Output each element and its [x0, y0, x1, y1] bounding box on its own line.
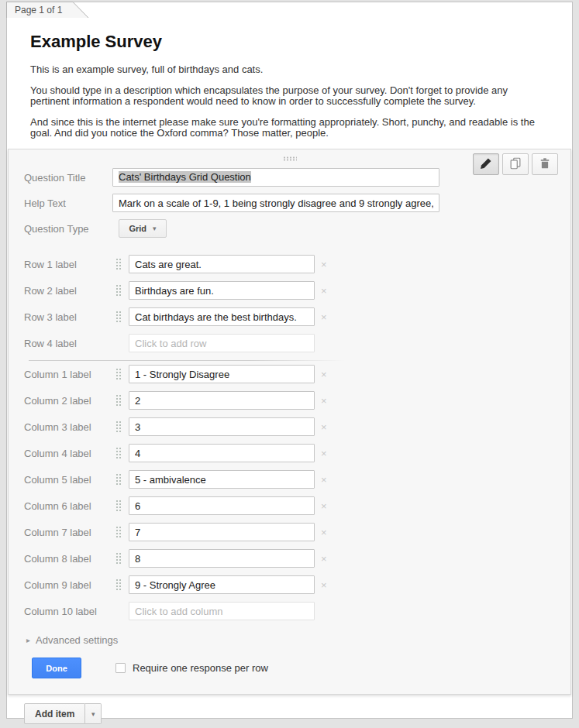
column-drag-handle-icon[interactable] — [115, 500, 122, 512]
help-text-input[interactable] — [112, 194, 439, 212]
pencil-icon — [479, 156, 493, 173]
add-item-dropdown-button[interactable]: ▾ — [85, 703, 102, 724]
row-label: Row 3 label — [24, 311, 112, 323]
add-item-button[interactable]: Add item — [24, 703, 85, 724]
column-label: Column 10 label — [24, 606, 112, 617]
column-value-input[interactable] — [129, 365, 315, 383]
column-label: Column 3 label — [24, 421, 112, 433]
trash-icon — [538, 156, 552, 173]
column-label: Column 5 label — [24, 474, 112, 486]
row-drag-handle-icon[interactable] — [115, 284, 122, 297]
advanced-settings-label: Advanced settings — [36, 634, 118, 646]
column-drag-handle-icon[interactable] — [115, 368, 122, 380]
column-drag-handle-icon[interactable] — [115, 552, 122, 565]
column-drag-handle-icon[interactable] — [115, 526, 122, 538]
add-item-split-button: Add item ▾ — [24, 703, 572, 724]
help-text-row: Help Text — [24, 194, 570, 212]
remove-row-icon[interactable]: × — [321, 286, 327, 296]
row-drag-handle-icon[interactable] — [115, 311, 122, 323]
grid-column-editor: Column 10 label × — [24, 602, 570, 620]
column-label: Column 4 label — [24, 448, 112, 459]
grid-column-editor: Column 9 label × — [24, 575, 570, 594]
page-tab[interactable]: Page 1 of 1 — [6, 2, 91, 18]
survey-header: Example Survey This is an example survey… — [7, 2, 572, 139]
column-value-input[interactable] — [129, 575, 315, 594]
remove-column-icon[interactable]: × — [321, 580, 327, 590]
advanced-settings-toggle[interactable]: ▸ Advanced settings — [24, 633, 148, 647]
question-type-value: Grid — [129, 224, 146, 233]
remove-column-icon[interactable]: × — [321, 501, 327, 511]
done-button[interactable]: Done — [32, 658, 81, 678]
remove-column-icon[interactable]: × — [321, 527, 327, 537]
survey-title: Example Survey — [30, 32, 537, 52]
row-drag-handle-icon[interactable] — [115, 258, 122, 270]
chevron-down-icon: ▾ — [153, 225, 157, 232]
column-drag-handle-icon[interactable] — [115, 421, 122, 433]
question-type-row: Question Type Grid ▾ — [24, 219, 570, 238]
disclosure-triangle-icon: ▸ — [26, 636, 30, 644]
remove-column-icon[interactable]: × — [321, 554, 327, 564]
question-toolbar — [473, 153, 558, 175]
row-value-input[interactable] — [129, 255, 315, 273]
grid-column-editor: Column 2 label × — [24, 391, 570, 410]
column-value-input[interactable] — [129, 549, 315, 568]
row-value-input[interactable] — [129, 307, 315, 326]
grid-row-editor: Row 3 label × — [24, 307, 570, 326]
question-title-label: Question Title — [24, 172, 112, 184]
selected-text: Cats' Birthdays Grid Question — [119, 171, 251, 183]
column-label: Column 6 label — [24, 500, 112, 512]
column-value-input[interactable] — [129, 602, 315, 620]
edit-button[interactable] — [473, 153, 499, 175]
help-text-label: Help Text — [24, 197, 112, 209]
column-value-input[interactable] — [129, 523, 315, 541]
grid-column-editor: Column 8 label × — [24, 549, 570, 568]
duplicate-icon — [508, 156, 522, 173]
question-title-input[interactable]: Cats' Birthdays Grid Question — [112, 168, 439, 187]
column-drag-handle-icon[interactable] — [115, 447, 122, 459]
grid-columns-section: Column 1 label × Column 2 label × Column… — [24, 365, 570, 620]
done-row: Done Require one response per row — [24, 658, 570, 678]
grid-row-editor: Row 2 label × — [24, 281, 570, 300]
question-drag-handle-icon[interactable] — [283, 156, 297, 161]
remove-row-icon[interactable]: × — [321, 312, 327, 322]
remove-column-icon[interactable]: × — [321, 369, 327, 379]
column-value-input[interactable] — [129, 391, 315, 410]
column-label: Column 8 label — [24, 553, 112, 565]
delete-button[interactable] — [532, 153, 558, 175]
column-drag-handle-icon[interactable] — [115, 579, 122, 591]
chevron-down-icon: ▾ — [91, 710, 95, 718]
row-value-input[interactable] — [129, 334, 315, 352]
column-value-input[interactable] — [129, 444, 315, 462]
duplicate-button[interactable] — [502, 153, 529, 175]
row-label: Row 1 label — [24, 259, 112, 270]
rows-columns-divider — [29, 360, 345, 361]
remove-column-icon[interactable]: × — [321, 475, 327, 485]
column-value-input[interactable] — [129, 417, 315, 436]
grid-row-editor: Row 1 label × — [24, 255, 570, 273]
grid-column-editor: Column 4 label × — [24, 444, 570, 462]
question-type-label: Question Type — [24, 223, 112, 235]
grid-rows-section: Row 1 label × Row 2 label × Row 3 label — [24, 255, 570, 352]
question-editor-panel: Question Title Cats' Birthdays Grid Ques… — [8, 149, 571, 695]
survey-description-line: This is an example survey, full of birth… — [30, 64, 537, 75]
remove-column-icon[interactable]: × — [321, 396, 327, 406]
require-response-label: Require one response per row — [133, 662, 268, 674]
row-value-input[interactable] — [129, 281, 315, 300]
remove-column-icon[interactable]: × — [321, 422, 327, 432]
grid-column-editor: Column 6 label × — [24, 496, 570, 515]
remove-column-icon[interactable]: × — [321, 448, 327, 458]
column-label: Column 9 label — [24, 579, 112, 591]
grid-column-editor: Column 3 label × — [24, 417, 570, 436]
remove-row-icon[interactable]: × — [321, 259, 327, 270]
column-value-input[interactable] — [129, 496, 315, 515]
row-label: Row 4 label — [24, 338, 112, 349]
column-drag-handle-icon[interactable] — [115, 473, 122, 486]
survey-description-line: You should type in a description which e… — [30, 85, 537, 107]
require-response-checkbox[interactable] — [115, 663, 126, 673]
require-response-wrap: Require one response per row — [115, 662, 268, 674]
column-value-input[interactable] — [129, 470, 315, 489]
column-drag-handle-icon[interactable] — [115, 394, 122, 407]
page-tab-label: Page 1 of 1 — [15, 5, 62, 15]
column-label: Column 1 label — [24, 369, 112, 380]
question-type-select[interactable]: Grid ▾ — [119, 219, 167, 238]
